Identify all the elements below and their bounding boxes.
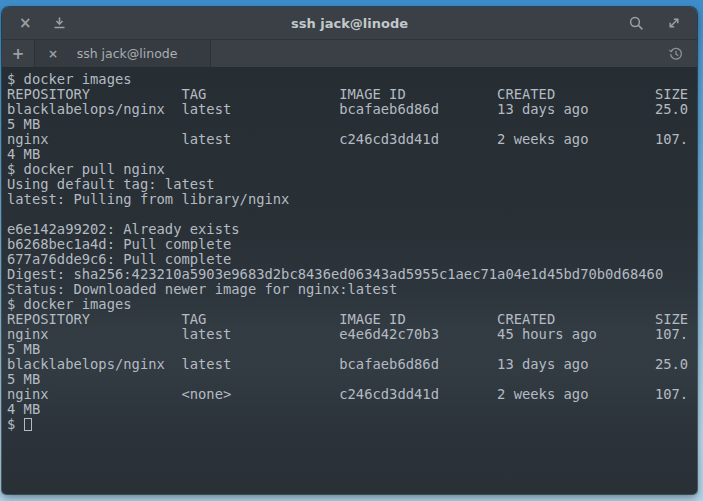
desktop-background: × ssh jack@linode xyxy=(0,0,703,501)
terminal-output: $ docker images REPOSITORY TAG IMAGE ID … xyxy=(7,72,692,432)
terminal-viewport[interactable]: $ docker images REPOSITORY TAG IMAGE ID … xyxy=(2,68,697,494)
window-title: ssh jack@linode xyxy=(2,16,697,31)
terminal-cursor xyxy=(24,418,32,431)
terminal-output-text: $ docker images REPOSITORY TAG IMAGE ID … xyxy=(7,72,688,432)
tab-ssh-jack-linode[interactable]: × ssh jack@linode xyxy=(35,40,211,67)
new-tab-button[interactable]: + xyxy=(2,40,35,67)
close-tab-icon[interactable]: × xyxy=(35,47,58,61)
titlebar[interactable]: × ssh jack@linode xyxy=(2,7,697,40)
terminal-window: × ssh jack@linode xyxy=(2,7,697,494)
tab-bar: + × ssh jack@linode xyxy=(2,40,697,68)
tab-label: ssh jack@linode xyxy=(58,46,210,61)
search-icon[interactable] xyxy=(629,16,644,31)
close-window-icon[interactable]: × xyxy=(19,16,32,31)
tabbar-spacer xyxy=(211,40,668,67)
expand-icon[interactable] xyxy=(667,16,681,30)
history-icon[interactable] xyxy=(668,40,697,67)
download-icon[interactable] xyxy=(53,17,66,29)
